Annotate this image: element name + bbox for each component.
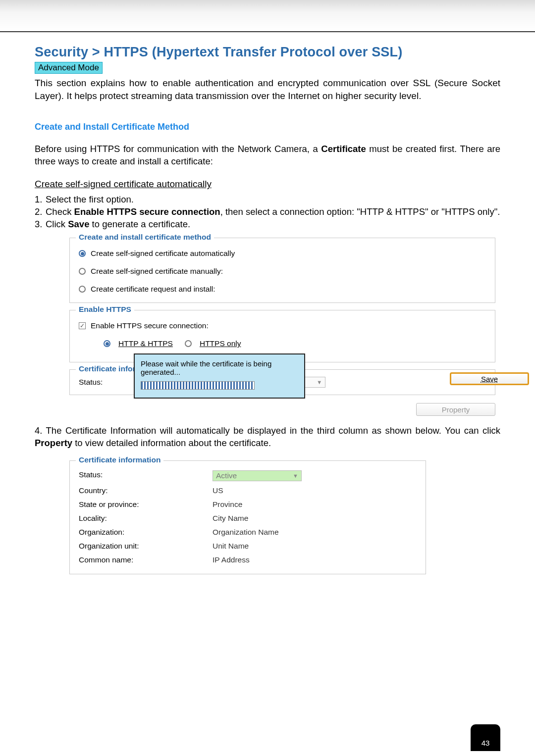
step-text: Check Enable HTTPS secure connection, th…	[46, 206, 500, 218]
checkbox-label: Enable HTTPS secure connection:	[91, 321, 209, 330]
fieldset-legend: Enable HTTPS	[76, 305, 134, 314]
fieldset-legend: Create and install certificate method	[76, 233, 214, 242]
popup-text: Please wait while the certificate is bei…	[141, 359, 298, 376]
status-label: Status:	[79, 378, 103, 387]
cert-info-table: Status: Active ▼ Country:US State or pro…	[79, 468, 417, 567]
status-value: Active	[216, 471, 237, 480]
radio-option-request[interactable]: Create certificate request and install:	[79, 285, 486, 294]
cert-info-label: Status:	[79, 470, 213, 481]
save-button[interactable]: Save	[450, 372, 529, 385]
progress-bar	[141, 381, 255, 390]
cert-info-label: Common name:	[79, 555, 213, 564]
radio-icon[interactable]	[79, 286, 86, 293]
cert-info-label: Organization:	[79, 528, 213, 537]
before-text: Before using HTTPS for communication wit…	[35, 143, 500, 168]
radio-icon[interactable]	[185, 340, 192, 347]
page-content: Security > HTTPS (Hypertext Transfer Pro…	[0, 45, 535, 574]
radio-option-auto[interactable]: Create self-signed certificate automatic…	[79, 249, 486, 258]
cert-info-value: Province	[213, 500, 242, 509]
cert-info-label: Country:	[79, 486, 213, 495]
create-auto-heading: Create self-signed certificate automatic…	[35, 179, 500, 190]
radio-label: Create self-signed certificate manually:	[91, 267, 223, 276]
radio-label: HTTPS only	[200, 339, 241, 348]
radio-label: Create self-signed certificate automatic…	[91, 249, 235, 258]
before-text-part1: Before using HTTPS for communication wit…	[35, 144, 321, 154]
status-select-active[interactable]: Active ▼	[213, 470, 302, 481]
chevron-down-icon: ▼	[293, 473, 298, 479]
cert-info-label: State or province:	[79, 500, 213, 509]
radio-label: HTTP & HTTPS	[118, 339, 173, 348]
radio-icon[interactable]	[79, 268, 86, 275]
advanced-mode-badge: Advanced Mode	[35, 62, 103, 74]
step-number: 2.	[35, 206, 46, 218]
cert-info-value: US	[213, 486, 223, 495]
step-text: Select the first option.	[46, 194, 500, 206]
cert-info-value: City Name	[213, 514, 248, 523]
property-button[interactable]: Property	[416, 403, 495, 416]
cert-info-value: IP Address	[213, 555, 250, 564]
step-number: 3.	[35, 218, 46, 231]
cert-info-label: Locality:	[79, 514, 213, 523]
intro-paragraph: This section explains how to enable auth…	[35, 77, 500, 102]
radio-icon[interactable]	[79, 250, 86, 257]
chevron-down-icon: ▼	[317, 379, 322, 385]
steps-list: 1. Select the first option. 2. Check Ena…	[35, 194, 500, 231]
certificate-information-fieldset: Certificate information Status: Active ▼…	[69, 460, 426, 574]
fieldset-legend: Certificate information	[76, 455, 163, 464]
cert-info-label: Organization unit:	[79, 542, 213, 551]
radio-icon[interactable]	[104, 340, 110, 347]
step-number: 1.	[35, 194, 46, 206]
cert-info-value: Organization Name	[213, 528, 279, 537]
step4-text: 4. The Certificate Information will auto…	[35, 425, 500, 450]
top-gradient-band	[0, 0, 535, 32]
enable-https-checkbox-row[interactable]: ✓ Enable HTTPS secure connection:	[79, 321, 486, 330]
before-text-bold: Certificate	[321, 144, 366, 154]
radio-option-manual[interactable]: Create self-signed certificate manually:	[79, 267, 486, 276]
checkbox-icon[interactable]: ✓	[79, 322, 86, 329]
step-text: Click Save to generate a certificate.	[46, 218, 500, 231]
cert-info-value: Unit Name	[213, 542, 249, 551]
certificate-generating-popup: Please wait while the certificate is bei…	[134, 353, 305, 399]
section-subtitle: Create and Install Certificate Method	[35, 122, 500, 132]
radio-label: Create certificate request and install:	[91, 285, 215, 294]
page-title: Security > HTTPS (Hypertext Transfer Pro…	[35, 45, 500, 60]
create-method-fieldset: Create and install certificate method Cr…	[69, 238, 495, 303]
